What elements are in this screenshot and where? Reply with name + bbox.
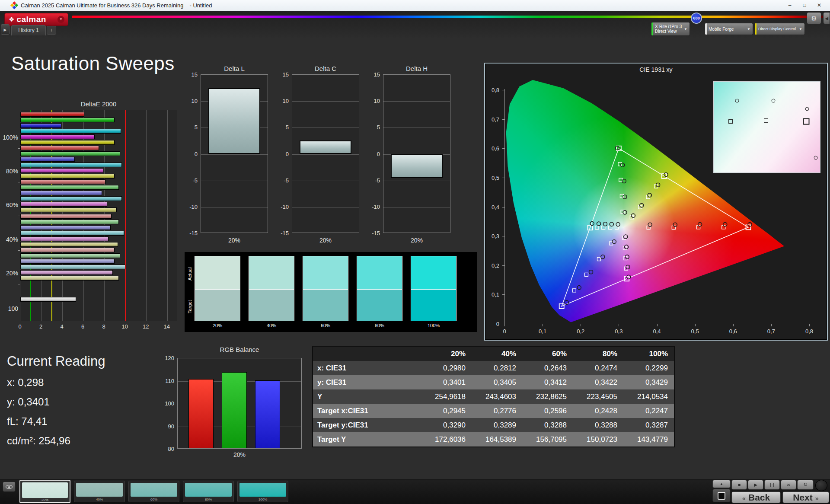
deltae-plot-area [20, 110, 177, 321]
deltae-x-axis-labels: 02468101214 [20, 323, 177, 330]
deltae-x-tick-label: 6 [81, 323, 84, 330]
gridline [383, 101, 450, 102]
deltae-bar-red [20, 248, 115, 252]
preview-eye-button[interactable] [3, 482, 16, 492]
collapse-panel-icon[interactable]: ◀ [823, 12, 830, 24]
cie-y-tick [502, 90, 504, 90]
calman-app-icon [10, 1, 19, 10]
deltae-bar-green [20, 151, 120, 156]
pattern-tile-label: 20% [20, 498, 70, 502]
table-value-cell: 0,3401 [421, 375, 472, 389]
table-value-cell: 243,4603 [472, 389, 522, 404]
measured-marker-cyan [597, 222, 601, 226]
inset-target-square [728, 119, 733, 124]
source-device-label: Mobile Forge [707, 26, 735, 32]
measured-marker-blue [577, 286, 581, 290]
delta-y-tick-label: 0 [195, 150, 198, 157]
deltae-bar-magenta [20, 202, 107, 207]
cie-x-tick [809, 324, 810, 326]
table-value-cell: 0,2474 [573, 361, 623, 375]
target-marker-blue [584, 273, 588, 276]
pattern-tile-100%[interactable]: 100% [237, 481, 288, 502]
calman-menu-button[interactable]: ❖ calman ▼ [4, 13, 68, 26]
titlebar: Calman 2025 Calman Ultimate for Business… [0, 0, 830, 11]
table-value-cell: 150,0723 [573, 432, 623, 447]
table-value-cell: 0,2776 [472, 404, 522, 418]
deltae-x-tick-label: 14 [163, 323, 169, 330]
table-value-cell: 0,2428 [573, 404, 623, 418]
chevron-up-icon: ▲ [720, 482, 723, 486]
back-button[interactable]: « Back [731, 491, 781, 503]
target-marker-blue [572, 289, 576, 292]
cie-y-tick-label: 0,3 [492, 233, 499, 239]
delta-y-tick-label: -5 [375, 177, 380, 183]
pattern-window-button[interactable] [712, 489, 731, 502]
target-marker-blue [597, 258, 601, 261]
cie-x-tick [657, 324, 658, 326]
close-button[interactable]: ✕ [812, 0, 827, 11]
pattern-tile-80%[interactable]: 80% [183, 481, 234, 502]
target-swatch [195, 290, 240, 321]
pattern-square-icon [718, 492, 725, 500]
tab-history-1[interactable]: History 1 [11, 25, 46, 35]
gridline [292, 101, 359, 102]
table-value-cell: 254,9618 [421, 389, 472, 404]
inset-measured-circle [805, 107, 809, 111]
target-swatch [411, 290, 456, 321]
table-row-label: Target y:CIE31 [313, 418, 421, 432]
deltae-bar-blue [20, 225, 111, 230]
loop-button[interactable]: ↻ [797, 480, 814, 490]
gridline [292, 181, 359, 181]
deltae-group-label: 100 [8, 305, 18, 312]
deltae-x-tick-label: 12 [143, 323, 149, 330]
delta-y-tick-label: 15 [283, 71, 289, 78]
add-tab-button[interactable]: + [47, 26, 56, 35]
cie-x-tick [543, 324, 543, 326]
display-control-dropdown[interactable]: Direct Display Control ▼ [754, 23, 805, 35]
pattern-expand-button[interactable]: ▲ [712, 480, 731, 488]
delta-y-tick-label: 0 [286, 150, 289, 157]
pattern-tile-40%[interactable]: 40% [74, 481, 125, 502]
stop-button[interactable]: ■ [731, 480, 747, 490]
continuous-measure-button[interactable]: ∞ [781, 480, 796, 490]
history-nav-button[interactable]: ▶ [1, 24, 10, 35]
next-button[interactable]: Next » [782, 491, 829, 503]
delta-y-tick-label: 5 [195, 124, 198, 131]
table-value-cell: 0,3405 [472, 375, 522, 389]
measured-marker-red [748, 223, 752, 226]
play-button[interactable]: ▶ [748, 480, 763, 490]
measured-marker-blue [589, 270, 593, 274]
pattern-tile-20%[interactable]: 20% [19, 480, 70, 503]
meter-device-dropdown[interactable]: X-Rite i1Pro 3Direct View ▼ [651, 22, 690, 36]
cie-y-tick-label: 0 [496, 321, 499, 327]
swatch-level-label: 60% [303, 323, 348, 328]
maximize-button[interactable]: □ [797, 0, 812, 11]
table-value-cell: 223,4505 [573, 389, 623, 404]
table-value-cell: 0,3289 [472, 418, 522, 432]
cie-x-tick [619, 324, 619, 326]
table-row-label: x: CIE31 [313, 361, 421, 375]
axis-tick [18, 284, 20, 284]
gear-icon[interactable]: ⚙ [807, 12, 821, 24]
gridline [383, 181, 450, 181]
delta-bar [300, 140, 351, 154]
chevron-down-icon: ▼ [799, 27, 804, 31]
single-measure-button[interactable]: [·] [764, 480, 780, 490]
pattern-tile-60%[interactable]: 60% [128, 481, 179, 502]
delta-x-axis-label: 20% [201, 237, 268, 244]
deltae-bar-green [20, 220, 119, 224]
target-swatch [249, 290, 294, 321]
deltae-bar-yellow [20, 174, 115, 179]
deltae-group-label: 80% [6, 168, 18, 175]
source-device-dropdown[interactable]: Mobile Forge ▼ [705, 23, 753, 35]
target-swatch [357, 290, 402, 321]
table-value-cell: 0,3429 [623, 375, 674, 389]
table-value-cell: 0,3288 [522, 418, 573, 432]
back-chevrons-icon: « [742, 494, 746, 502]
cie-x-tick-label: 0 [503, 328, 506, 335]
minimize-button[interactable]: – [782, 0, 797, 11]
cie-x-tick-label: 0,8 [805, 328, 813, 335]
rgb-bar-red [188, 379, 214, 448]
swatch-column: 40% [249, 256, 294, 328]
table-header-cell: 20% [421, 347, 472, 361]
